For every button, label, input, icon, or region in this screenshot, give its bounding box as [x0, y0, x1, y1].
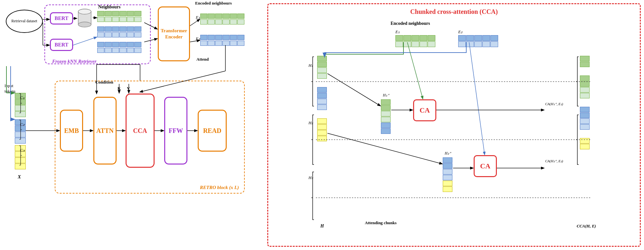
retrieval-label: Retrieval dataset [11, 19, 37, 24]
c3-label: C₃ [20, 148, 24, 153]
svg-point-3 [78, 9, 91, 14]
h1plus-label: H₁⁺ [383, 93, 389, 98]
h2plus-cells [443, 157, 452, 192]
right-e2-label: E₂ [458, 29, 498, 35]
ca-e1-label: CA(H₁⁺, E₁) [545, 102, 563, 106]
right-e1-label: E₁ [395, 29, 435, 35]
svg-line-39 [327, 74, 380, 106]
neighbours-grid-blue-2 [97, 32, 141, 37]
svg-line-12 [190, 19, 200, 26]
h1-label: H₁ [308, 63, 313, 68]
cca-result-label: CCA(H, E) [577, 224, 596, 229]
enc-e2-grid [200, 35, 244, 40]
neighbours-label: Neighbours [98, 5, 120, 10]
neighbours-grid-blue-1 [97, 26, 141, 32]
h-label: H [320, 224, 324, 229]
k-label: K [118, 86, 121, 91]
ca-box-1: CA [413, 99, 436, 121]
attend-label: Attend [196, 57, 209, 62]
retrieval-dataset: Retrieval dataset [6, 10, 43, 33]
svg-line-31 [469, 42, 485, 155]
right-e1-grid: E₁ [395, 29, 435, 47]
emb-block: EMB [60, 110, 83, 152]
bert-box-2: BERT [50, 39, 73, 51]
enc-e1-grid-2 [200, 19, 244, 25]
c2-label: C₂ [20, 122, 24, 127]
neighbours-grid-blue-3 [97, 42, 141, 47]
e2-label-left: E₂ [196, 36, 200, 41]
h-col-cells [317, 56, 327, 142]
enc-e1-grid [200, 14, 244, 19]
right-enc-neighbours-label: Encoded neighbours [391, 21, 430, 26]
attn-block: ATTN [93, 97, 117, 165]
svg-point-2 [78, 22, 91, 27]
neighbours-grid-blue-4 [97, 48, 141, 53]
ca-box-2: CA [474, 155, 497, 177]
left-diagram: Retrieval dataset Frozen kNN Retriever B… [0, 0, 264, 250]
neighbours-grid-green-2 [97, 17, 141, 22]
transformer-encoder: Transformer Encoder [158, 6, 190, 61]
bert-box-1: BERT [50, 12, 73, 25]
h3-label: H₃ [308, 175, 313, 180]
x-label: X [18, 174, 21, 180]
neighbours-grid-green-1 [97, 11, 141, 16]
cca-title: Chunked cross-attention (CCA) [410, 8, 498, 15]
h1plus-cells [381, 99, 391, 134]
output-col-cells [580, 56, 590, 150]
h2-label: H₂ [308, 120, 313, 125]
cca-diagram: Chunked cross-attention (CCA) Encoded ne… [267, 3, 641, 247]
cca-block: CCA [126, 94, 155, 168]
v-label: V [127, 86, 130, 91]
ffw-block: FFW [164, 97, 187, 165]
frozen-label: Frozen kNN Retriever [52, 59, 97, 64]
h2plus-label: H₂⁺ [445, 151, 451, 156]
ca-e2-label: CA(H₂⁺, E₂) [545, 159, 563, 163]
retro-label: RETRO block (x L) [200, 185, 239, 190]
db-cylinder-1 [77, 8, 93, 28]
attending-chunks-label: Attending chunks [365, 220, 397, 225]
svg-line-30 [407, 42, 423, 99]
c1-label: C₁ [20, 95, 24, 100]
right-e2-grid: E₂ [458, 29, 498, 47]
condition-label: Condition [95, 80, 113, 85]
read-block: READ [198, 110, 227, 152]
e1-label-left: E₁ [196, 15, 200, 20]
enc-e2-grid-2 [200, 41, 244, 46]
svg-line-40 [327, 133, 442, 164]
encoded-neighbours-label: Encoded neighbours [195, 1, 232, 6]
input-tokens-label: Inputtokens [5, 83, 15, 94]
